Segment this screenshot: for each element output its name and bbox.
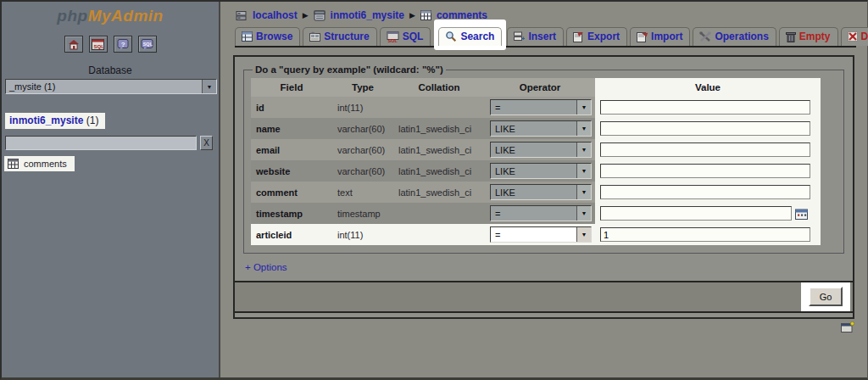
- tab-drop[interactable]: Drop: [841, 27, 868, 46]
- value-input-name[interactable]: [600, 121, 810, 136]
- field-type: varchar(60): [332, 118, 393, 139]
- open-new-window-icon[interactable]: [841, 321, 854, 332]
- value-input-comment[interactable]: [600, 185, 810, 199]
- sql-history-icon[interactable]: SQL: [138, 36, 157, 53]
- table-filter-input[interactable]: [5, 136, 197, 150]
- sql-icon: SQL: [387, 31, 399, 42]
- field-type: int(11): [332, 97, 393, 118]
- value-input-website[interactable]: [600, 164, 810, 178]
- field-type: int(11): [332, 224, 393, 245]
- table-icon: [420, 10, 431, 20]
- chevron-down-icon[interactable]: ▼: [576, 164, 591, 178]
- operator-value: LIKE: [495, 187, 515, 198]
- operator-select-timestamp[interactable]: =▼: [490, 205, 592, 221]
- tab-label: Operations: [715, 31, 768, 42]
- column-header-collation: Collation: [393, 78, 485, 97]
- operator-value: =: [495, 209, 500, 219]
- field-name: timestamp: [251, 203, 332, 224]
- table-row-articleid: articleid int(11) =▼: [251, 224, 821, 245]
- value-input-email[interactable]: [600, 142, 810, 157]
- chevron-down-icon[interactable]: ▼: [576, 100, 591, 115]
- docs-question-icon[interactable]: ?: [114, 36, 132, 53]
- tab-label: Export: [587, 31, 620, 42]
- svg-text:?: ?: [120, 40, 125, 48]
- structure-icon: [309, 31, 320, 42]
- tab-empty[interactable]: Empty: [779, 27, 838, 46]
- phpmyadmin-logo[interactable]: phpMyAdmin: [2, 7, 219, 25]
- table-icon: [8, 159, 19, 169]
- tab-operations[interactable]: Operations: [693, 27, 776, 46]
- database-table-count: (1): [86, 115, 99, 126]
- value-input-timestamp[interactable]: [600, 206, 792, 221]
- database-select-value: _mysite (1): [9, 81, 55, 92]
- below-panel-row: [220, 319, 854, 332]
- tab-label: Import: [651, 31, 682, 42]
- fieldset-legend: Do a "query by example" (wildcard: "%"): [253, 64, 446, 75]
- operator-select-articleid[interactable]: =▼: [490, 226, 592, 243]
- field-collation: [393, 97, 485, 118]
- drop-x-icon: [848, 31, 858, 42]
- database-link[interactable]: inmoti6_mysite: [9, 115, 83, 126]
- go-button-highlight: Go: [801, 282, 850, 311]
- field-type: varchar(60): [332, 139, 393, 160]
- calendar-icon[interactable]: [795, 208, 808, 220]
- field-name: website: [251, 160, 332, 182]
- home-icon[interactable]: [64, 36, 83, 53]
- svg-text:SQL: SQL: [387, 37, 398, 42]
- tab-bar: Browse Structure SQL SQL Search + Insert: [235, 27, 856, 48]
- chevron-down-icon[interactable]: ▼: [576, 142, 591, 157]
- logo-myadmin-text: MyAdmin: [88, 7, 164, 25]
- tab-export[interactable]: Export: [566, 27, 627, 46]
- operator-select-name[interactable]: LIKE▼: [490, 120, 592, 137]
- tab-insert[interactable]: + Insert: [507, 27, 564, 46]
- go-button[interactable]: Go: [809, 287, 843, 306]
- table-row-name: name varchar(60) latin1_swedish_ci LIKE▼: [251, 118, 821, 139]
- table-filter-row: X: [5, 136, 219, 150]
- query-by-example-fieldset: Do a "query by example" (wildcard: "%") …: [243, 64, 844, 254]
- field-name: id: [251, 97, 332, 118]
- sidebar: phpMyAdmin SQL ? SQL Database _mysite (1…: [2, 2, 220, 377]
- table-row-website: website varchar(60) latin1_swedish_ci LI…: [251, 160, 821, 182]
- phpmyadmin-window: phpMyAdmin SQL ? SQL Database _mysite (1…: [0, 0, 868, 380]
- search-tab-highlight: Search: [434, 20, 506, 50]
- operator-value: LIKE: [495, 145, 515, 155]
- operator-value: LIKE: [495, 166, 515, 176]
- tab-structure[interactable]: Structure: [303, 27, 376, 46]
- breadcrumb-server[interactable]: localhost: [253, 9, 298, 21]
- breadcrumb: localhost ▶ inmoti6_mysite ▶ comments: [220, 2, 867, 21]
- field-collation: latin1_swedish_ci: [393, 182, 485, 203]
- chevron-down-icon[interactable]: ▼: [576, 185, 591, 199]
- tab-sql[interactable]: SQL SQL: [380, 27, 431, 46]
- tab-label: Search: [460, 31, 494, 42]
- query-window-icon[interactable]: SQL: [89, 36, 108, 53]
- search-icon: [445, 31, 457, 42]
- tab-import[interactable]: Import: [630, 27, 690, 46]
- operator-select-id[interactable]: =▼: [490, 99, 592, 115]
- options-toggle-link[interactable]: + Options: [245, 262, 287, 272]
- operator-select-comment[interactable]: LIKE▼: [490, 184, 592, 200]
- chevron-down-icon[interactable]: ▼: [576, 206, 591, 221]
- field-type: text: [332, 182, 393, 203]
- clear-filter-button[interactable]: X: [200, 136, 213, 150]
- chevron-down-icon[interactable]: ▼: [576, 227, 591, 242]
- database-select[interactable]: _mysite (1) ▼: [5, 79, 217, 94]
- database-icon: [314, 10, 326, 21]
- chevron-down-icon[interactable]: ▼: [202, 80, 216, 93]
- tab-browse[interactable]: Browse: [235, 27, 300, 46]
- table-header-row: Field Type Collation Operator Value: [251, 78, 821, 97]
- tab-label: SQL: [403, 31, 424, 42]
- sidebar-item-comments-table[interactable]: comments: [4, 156, 75, 171]
- operator-select-email[interactable]: LIKE▼: [490, 142, 592, 158]
- breadcrumb-separator-icon: ▶: [303, 11, 309, 20]
- server-icon: [236, 10, 248, 21]
- value-input-id[interactable]: [600, 100, 810, 115]
- tab-search[interactable]: Search: [438, 27, 502, 46]
- column-header-field: Field: [251, 78, 332, 97]
- tab-label: Browse: [256, 31, 292, 42]
- sidebar-item-database[interactable]: inmoti6_mysite (1): [5, 113, 105, 129]
- value-input-articleid[interactable]: [600, 227, 810, 242]
- operator-select-website[interactable]: LIKE▼: [490, 163, 592, 179]
- breadcrumb-database[interactable]: inmoti6_mysite: [331, 9, 404, 21]
- chevron-down-icon[interactable]: ▼: [576, 121, 591, 136]
- svg-text:SQL: SQL: [143, 42, 153, 47]
